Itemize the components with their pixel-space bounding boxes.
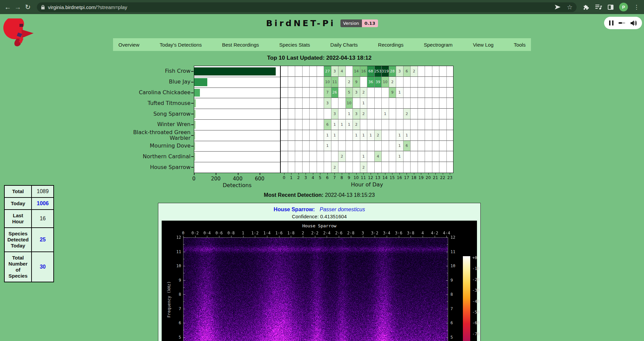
time-tick	[303, 236, 303, 237]
heatmap-cell: 11	[331, 77, 339, 88]
stats-value[interactable]: 25	[32, 228, 54, 252]
heatmap-cell	[331, 151, 339, 162]
heatmap-cell	[367, 151, 375, 162]
x-tick	[443, 173, 443, 175]
heatmap-cell	[447, 109, 454, 119]
y-tick	[191, 103, 194, 104]
send-icon[interactable]	[554, 4, 561, 10]
freq-minor-tick	[183, 259, 184, 259]
time-tick-label: 3·6	[393, 231, 405, 235]
time-tick-label: 0·2	[189, 231, 201, 235]
heatmap-cell	[295, 130, 303, 141]
stats-label: Last Hour	[4, 210, 32, 228]
forward-icon[interactable]: →	[13, 3, 23, 11]
freq-minor-tick	[183, 301, 184, 302]
heatmap-cell: 39	[375, 77, 382, 88]
heatmap-cell: 2	[353, 119, 360, 130]
address-bar[interactable]: virginia.birdnetpi.com/?stream=play ☆	[37, 2, 577, 12]
side-panel-icon[interactable]	[608, 5, 613, 10]
heatmap-cell	[288, 98, 296, 109]
page: BirdNET-Pi Version 0.13 OverviewToday's …	[0, 14, 644, 341]
most-recent-detection: Most Recent Detection: 2022-04-13 18:15:…	[0, 192, 639, 198]
x-tick	[260, 173, 260, 175]
profile-avatar[interactable]: P	[619, 3, 628, 11]
heatmap-cell: 3	[331, 109, 339, 119]
freq-tick-label: 9	[168, 278, 181, 283]
hour-tick-label: 15	[388, 175, 396, 180]
stats-label: Species Detected Today	[4, 228, 32, 252]
heatmap-cell	[353, 98, 360, 109]
heatmap-cell	[396, 119, 404, 130]
heatmap-cell	[303, 88, 310, 98]
heatmap-cell: 1	[346, 109, 353, 119]
volume-icon[interactable]	[630, 20, 637, 26]
heatmap-cell	[447, 141, 454, 152]
bookmark-star-icon[interactable]: ☆	[567, 4, 573, 10]
heatmap-cell	[288, 130, 296, 141]
heatmap-cell	[432, 109, 440, 119]
heatmap-cell	[382, 119, 389, 130]
heatmap-cell	[317, 141, 324, 152]
freq-tick	[183, 323, 185, 323]
back-icon[interactable]: ←	[3, 3, 13, 11]
detection-species-line: House Sparrow: Passer domesticus	[158, 207, 480, 213]
heatmap-cell	[411, 162, 418, 173]
heatmap-cell	[439, 98, 447, 109]
hour-tick-label: 9	[345, 175, 353, 180]
time-tick-label: 2·2	[309, 231, 321, 235]
heatmap-cell	[367, 98, 375, 109]
heatmap-cell: 1	[360, 130, 368, 141]
time-tick-label: 1·6	[273, 231, 285, 235]
heatmap-cell: 2	[360, 88, 368, 98]
stats-label: Today	[4, 197, 32, 210]
heatmap-cell	[367, 162, 375, 173]
heatmap-cell: 1	[360, 151, 368, 162]
freq-tick-label: 6	[168, 321, 181, 325]
stats-value[interactable]: 30	[32, 252, 54, 282]
heatmap-cell	[411, 109, 418, 119]
freq-tick-label: 8	[450, 292, 461, 297]
browser-menu-icon[interactable]: ⋮	[634, 4, 639, 11]
heatmap-cell	[310, 88, 317, 98]
y-tick	[191, 71, 194, 72]
heatmap-cell	[360, 119, 368, 130]
detection-common-name[interactable]: House Sparrow:	[274, 207, 315, 212]
heatmap-cell	[346, 151, 353, 162]
seek-bar[interactable]	[619, 22, 625, 24]
freq-tick	[183, 280, 185, 281]
freq-minor-tick	[447, 330, 448, 330]
freq-tick-label: 8	[168, 292, 181, 297]
heatmap-cell	[310, 66, 317, 77]
heatmap-cell	[425, 109, 432, 119]
heatmap-cell	[447, 66, 454, 77]
heatmap-cell	[317, 151, 324, 162]
stats-value[interactable]: 1006	[32, 197, 54, 210]
heatmap-cell: 3	[324, 98, 331, 109]
pause-button[interactable]	[609, 20, 613, 25]
url-text: virginia.birdnetpi.com/?stream=play	[48, 4, 127, 10]
playlist-media-icon[interactable]	[595, 4, 602, 10]
heatmap-cell: 1	[404, 130, 411, 141]
x-tick	[306, 173, 306, 175]
x-tick	[334, 173, 335, 175]
heatmap-cell	[389, 119, 396, 130]
heatmap-cell	[295, 119, 303, 130]
heatmap-cell: 9	[353, 77, 360, 88]
reload-icon[interactable]: ↻	[23, 3, 33, 11]
spectrogram: House Sparrow Frequency (kHz) 00·20·40·6…	[162, 221, 477, 341]
heatmap-cell	[310, 162, 317, 173]
heatmap-cell	[432, 98, 440, 109]
time-tick-label: 2·6	[333, 231, 345, 235]
heatmap-cell: 1	[360, 98, 368, 109]
heat-axis-title: Hour of Day	[343, 181, 390, 188]
freq-tick	[446, 323, 448, 323]
heatmap-cell	[281, 66, 288, 77]
extensions-puzzle-icon[interactable]	[583, 4, 589, 10]
hour-tick-label: 5	[316, 175, 324, 180]
time-tick-label: 1·4	[261, 231, 273, 235]
heatmap-cell	[303, 119, 310, 130]
heatmap-cell	[389, 98, 396, 109]
heatmap-cell: 6	[404, 66, 411, 77]
freq-tick	[446, 280, 448, 281]
most-recent-value: 2022-04-13 18:15:23	[325, 192, 375, 198]
